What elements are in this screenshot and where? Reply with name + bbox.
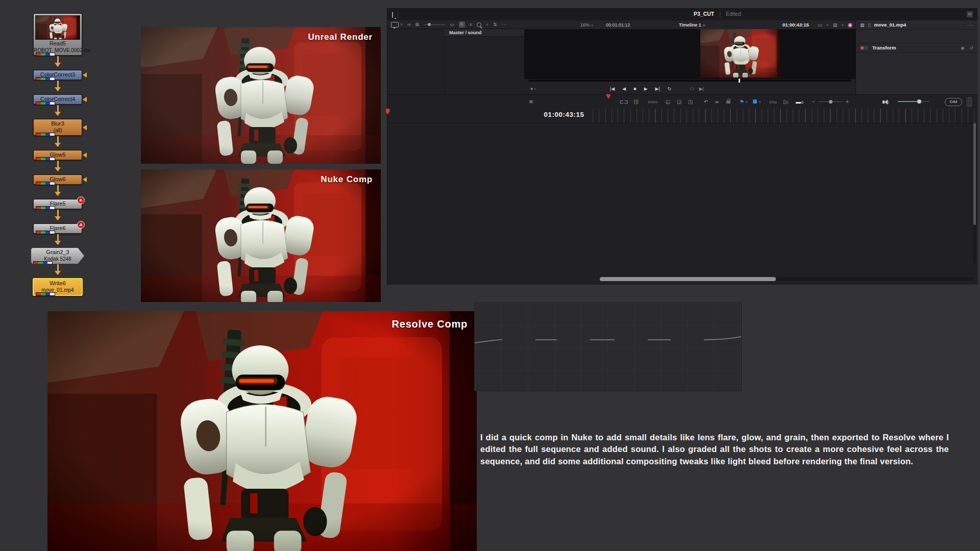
dynamic-trim-icon[interactable]: ⟨|⟩ <box>633 99 639 105</box>
project-title-area: P3_CUT|Edited <box>694 11 741 17</box>
viewer-zoom-select[interactable]: 16% ∨ <box>580 22 594 28</box>
color-wheel-icon[interactable] <box>848 23 852 28</box>
node-connector-arrow <box>57 105 59 115</box>
node-connector-arrow <box>57 56 59 66</box>
marker-icon[interactable] <box>753 99 757 104</box>
trim-edit-icon[interactable]: ⊏⊐ <box>620 99 628 105</box>
channel-chips-icon <box>36 53 55 56</box>
list-view-icon[interactable]: ≡ <box>470 22 472 27</box>
strip-view-icon[interactable]: ▭ <box>450 22 454 27</box>
timeline-vscrollbar[interactable] <box>973 123 976 263</box>
project-status: Edited <box>726 11 741 17</box>
keyframe-icon[interactable]: ◆ <box>961 45 965 51</box>
gang-viewers-icon[interactable]: ▤ <box>833 22 838 28</box>
zoom-out-icon[interactable]: − <box>812 99 815 105</box>
sort-icon[interactable]: ⇅ <box>493 22 497 27</box>
node-connector-arrow <box>57 161 59 171</box>
nuke-node-colorcorrect3[interactable]: ColorCorrect3 <box>33 70 82 80</box>
replace-clip-icon[interactable]: ◳ <box>688 99 693 105</box>
go-to-end-button[interactable]: ▶| <box>655 86 660 91</box>
node-connector-arrow <box>57 185 59 195</box>
zoom-full-icon[interactable]: ▭⊙ <box>769 99 777 105</box>
zoom-detail-icon[interactable]: ▯⊙ <box>783 99 789 105</box>
nuke-node-read5[interactable]: Read5ROBOT_MOVE.0002.exr <box>33 13 82 56</box>
zoom-in-icon[interactable]: + <box>846 99 849 105</box>
read-node-thumbnail <box>35 15 80 40</box>
razor-icon[interactable]: ▭▭ <box>648 99 657 105</box>
retime-icon[interactable]: ↶ <box>704 99 708 105</box>
resolve-comp-still: Resolve Comp <box>47 311 477 551</box>
node-label: Grain2_3 <box>31 249 84 256</box>
overwrite-clip-icon[interactable]: ◲ <box>677 99 681 105</box>
timeline-panel: ≋ ⊏⊐ ⟨|⟩ ▭▭ ◱ ◲ ◳ ↶ ∞ ⚑∨ ∨ ▭⊙ ▯⊙ ▬⊙ − + <box>387 94 977 285</box>
nuke-node-glow5[interactable]: Glow5 <box>33 150 82 160</box>
add-bin-icon[interactable]: ⊞ <box>415 22 420 27</box>
viewer-mode-icon[interactable]: ▭ <box>818 22 822 28</box>
vscroll-thumb[interactable] <box>973 123 976 225</box>
reset-icon[interactable]: ↺ <box>969 45 973 51</box>
panel-toggle-icon[interactable]: ☑ <box>967 11 973 17</box>
viewer-scrub-bar[interactable] <box>528 80 851 82</box>
nuke-node-flare5[interactable]: Flare5A <box>33 199 82 209</box>
loop-button[interactable]: ↻ <box>668 86 672 91</box>
ruler-ticks[interactable] <box>593 109 977 123</box>
flag-icon[interactable]: ⚑ <box>740 99 744 105</box>
mask-input-arrow-icon <box>83 125 87 130</box>
timeline-viewer[interactable] <box>524 29 855 79</box>
nuke-node-colorcorrect4[interactable]: ColorCorrect4 <box>33 94 82 105</box>
step-back-button[interactable]: ◀ <box>622 86 626 91</box>
nuke-node-grain2_3[interactable]: Grain2_3Kodak 5248 <box>31 248 84 264</box>
timeline-zoom-slider[interactable] <box>819 102 842 102</box>
go-to-start-button[interactable]: |◀ <box>610 86 615 91</box>
dim-button[interactable]: DIM <box>945 98 962 106</box>
speaker-icon[interactable]: ) <box>883 99 889 105</box>
timeline-select[interactable]: Timeline 1 ∨ <box>679 22 705 28</box>
search-icon[interactable] <box>477 22 481 27</box>
match-frame-icon[interactable]: ⬭ <box>690 86 694 92</box>
more-options-icon[interactable]: ··· <box>502 22 508 27</box>
node-connector-arrow <box>57 136 59 146</box>
resolve-window: P3_CUT|Edited ☑ ∨ ∞ ⊞ ▭ ⠿ ≡ ∨ ⇅ ··· Mast… <box>387 9 977 284</box>
inspector-more-icon[interactable]: ··· <box>967 22 973 28</box>
timeline-ruler[interactable]: 01:00:43:15 <box>387 109 977 123</box>
lock-icon[interactable] <box>726 101 730 104</box>
scrub-handle[interactable] <box>739 79 740 83</box>
hscroll-thumb[interactable] <box>600 277 776 281</box>
nuke-node-write6[interactable]: Write6move_01.mp4 <box>33 278 83 296</box>
bin-panel-icon[interactable] <box>391 22 399 28</box>
channel-chips-icon <box>36 292 55 296</box>
resolve-top-bar <box>387 9 977 21</box>
thumbnail-size-slider[interactable] <box>424 24 445 25</box>
node-connector-arrow <box>57 264 59 274</box>
nuke-node-blur3[interactable]: Blur3(all) <box>33 119 82 136</box>
clip-audio-icon: ▯ <box>868 22 871 28</box>
insert-clip-icon[interactable]: ◱ <box>666 99 670 105</box>
source-timecode: 00:01:01:12 <box>606 22 630 28</box>
play-button[interactable]: ▶ <box>644 86 648 91</box>
live-overwrite-icon[interactable]: ● <box>530 86 533 91</box>
volume-slider[interactable] <box>898 101 929 102</box>
nuke-node-glow6[interactable]: Glow6 <box>33 174 82 185</box>
zoom-custom-icon[interactable]: ▬⊙ <box>796 99 804 105</box>
bin-path: Master / sound <box>445 29 524 37</box>
node-connector-arrow <box>57 234 59 244</box>
timeline-options-icon[interactable]: ≋ <box>529 98 533 105</box>
timeline-hscrollbar[interactable] <box>600 277 973 281</box>
nuke-node-flare6[interactable]: Flare6A <box>33 223 82 234</box>
stop-button[interactable]: ■ <box>633 86 636 91</box>
workspace-icon[interactable] <box>392 12 393 18</box>
mask-input-arrow-icon <box>83 72 87 78</box>
viewer-video-frame <box>700 29 780 78</box>
link-icon[interactable]: ∞ <box>715 99 719 105</box>
link-bins-icon[interactable]: ∞ <box>407 22 410 27</box>
node-connector-arrow <box>57 210 59 220</box>
next-edit-icon[interactable]: ▶| <box>699 86 704 92</box>
transform-section-header: Transform ◆↺ <box>856 43 977 53</box>
transform-toggle[interactable] <box>860 46 868 50</box>
chevron-icon[interactable]: › <box>534 86 536 91</box>
selection-tool-icon[interactable] <box>606 94 611 104</box>
mask-input-arrow-icon <box>83 153 87 158</box>
nuke-node-graph: Read5ROBOT_MOVE.0002.exrColorCorrect3Col… <box>14 13 101 296</box>
thumbnail-view-icon[interactable]: ⠿ <box>459 21 465 28</box>
audio-meters-icon[interactable] <box>967 97 972 107</box>
